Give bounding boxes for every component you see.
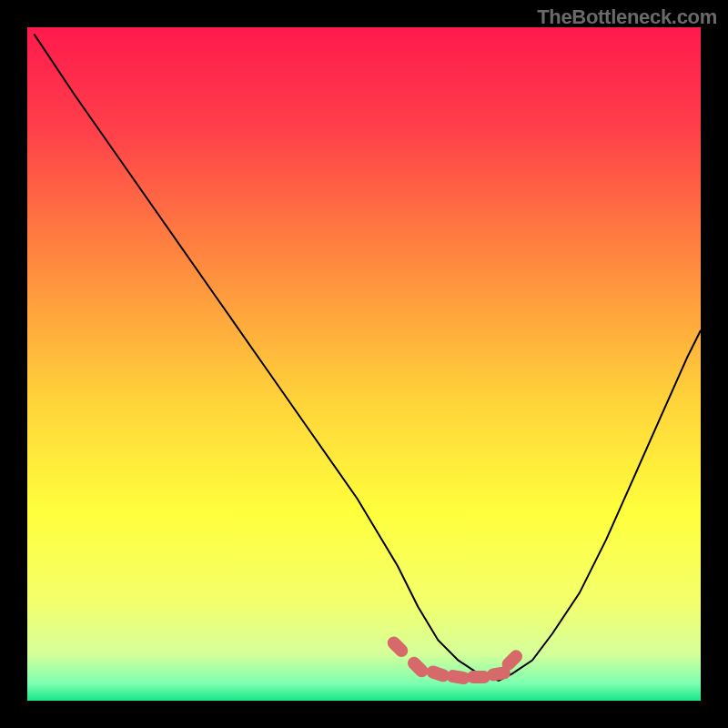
chart-frame	[27, 27, 701, 701]
chart-canvas	[27, 27, 701, 701]
watermark-text: TheBottleneck.com	[537, 5, 717, 29]
optimal-marker	[467, 671, 490, 683]
heat-gradient-background	[27, 27, 701, 701]
